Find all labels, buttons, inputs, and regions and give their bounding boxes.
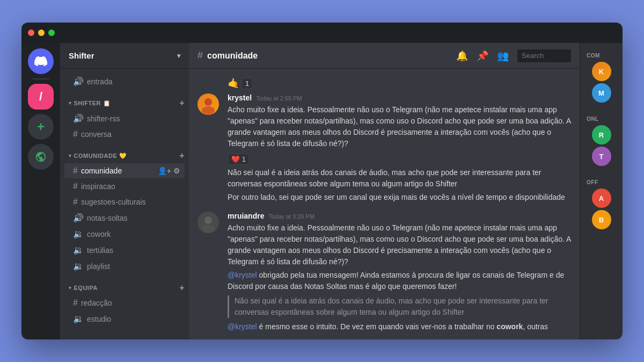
- channel-name-redaccao: redacção: [81, 299, 112, 307]
- channel-item-redaccao[interactable]: # redacção: [64, 295, 185, 310]
- message-group-krystel: krystel Today at 2:55 PM Acho muito fixe…: [197, 93, 571, 203]
- hash-icon: #: [73, 298, 78, 308]
- channel-name-shifter-rss: shifter-rss: [87, 114, 120, 123]
- channel-name-estudio: estudio: [87, 315, 111, 323]
- hash-icon: #: [73, 129, 78, 139]
- speaker-low-icon: 🔉: [73, 245, 84, 255]
- right-panel-user-4[interactable]: T: [592, 147, 611, 166]
- speaker-icon: 🔊: [73, 76, 84, 86]
- server-sidebar: / +: [21, 43, 60, 339]
- category-shifter[interactable]: ▾ SHIFTER 📋 +: [60, 90, 189, 110]
- channel-name-playlist: playlist: [87, 262, 110, 271]
- close-button[interactable]: [28, 30, 34, 36]
- channel-name-notas-soltas: notas-soltas: [87, 214, 127, 222]
- explore-servers-button[interactable]: [28, 144, 54, 170]
- right-panel-user-5[interactable]: A: [592, 189, 611, 208]
- chat-messages: 🤙 1 krystel Today at 2:55 PM: [189, 69, 580, 339]
- right-panel-user-6[interactable]: B: [592, 210, 611, 229]
- cowork-bold: cowork: [496, 322, 523, 331]
- right-panel-user-3[interactable]: R: [592, 125, 611, 144]
- search-bar[interactable]: Search: [517, 49, 571, 62]
- channel-list: 🔊 entrada ▾ SHIFTER 📋 + 🔊 shifter-rss # …: [60, 69, 189, 339]
- members-icon[interactable]: 👥: [497, 50, 509, 62]
- channel-item-playlist[interactable]: 🔉 playlist: [64, 258, 185, 274]
- message-text-krystel-2: Não sei qual é a ideia atrás dos canais …: [228, 167, 571, 190]
- speaker-low-icon: 🔉: [73, 229, 84, 239]
- channel-name-comunidade: comunidade: [81, 166, 122, 175]
- notifications-bell-icon[interactable]: 🔔: [456, 50, 468, 62]
- category-comunidade[interactable]: ▾ COMUNIDADE 💛 +: [60, 142, 189, 163]
- raised-hand-emoji: 🤙: [228, 77, 239, 89]
- right-panel-section-onl: ONL R T: [580, 112, 623, 170]
- chevron-down-icon: ▾: [69, 153, 72, 158]
- channel-item-estudio[interactable]: 🔉 estudio: [64, 311, 185, 327]
- add-channel-equipa-button[interactable]: +: [179, 283, 185, 293]
- channel-item-inspiracao[interactable]: # inspiracao: [64, 179, 185, 194]
- right-panel-user-2[interactable]: M: [592, 83, 611, 103]
- channel-item-cowork[interactable]: 🔉 cowork: [64, 226, 185, 242]
- channel-name-sugestoes-culturais: sugestoes-culturais: [81, 198, 146, 206]
- titlebar: [21, 23, 623, 43]
- chat-header-actions: 🔔 📌 👥 Search: [456, 49, 571, 62]
- right-panel-label-com: COM: [584, 53, 618, 59]
- message-header-mruiandre: mruiandre Today at 3:26 PM: [228, 212, 571, 220]
- quoted-message-mruiandre: Não sei qual é a ideia atrás dos canais …: [228, 295, 571, 318]
- channel-item-conversa[interactable]: # conversa: [64, 127, 185, 142]
- channel-item-shifter-rss[interactable]: 🔊 shifter-rss: [64, 111, 185, 126]
- add-channel-button[interactable]: +: [179, 98, 185, 108]
- minimize-button[interactable]: [38, 30, 45, 36]
- pin-icon[interactable]: 📌: [477, 50, 488, 62]
- channel-item-tertulias[interactable]: 🔉 tertúlias: [64, 242, 185, 258]
- category-label-equipa: EQUIPA: [74, 285, 98, 291]
- channel-item-entrada[interactable]: 🔊 entrada: [64, 74, 185, 89]
- message-author-mruiandre: mruiandre: [228, 212, 264, 220]
- chat-area: # comunidade 🔔 📌 👥 Search 🤙 1: [189, 43, 580, 339]
- speaker-low-icon: 🔉: [73, 314, 84, 324]
- hash-icon: #: [73, 197, 78, 207]
- mention-krystel-2[interactable]: @krystel: [228, 322, 257, 331]
- right-panel-user-1[interactable]: K: [592, 62, 611, 81]
- hash-icon: #: [73, 182, 78, 191]
- channel-item-comunidade[interactable]: # comunidade 👤+ ⚙: [64, 163, 185, 178]
- category-equipa[interactable]: ▾ EQUIPA +: [60, 274, 189, 295]
- channel-item-sugestoes-culturais[interactable]: # sugestoes-culturais: [64, 194, 185, 209]
- svg-point-3: [202, 225, 215, 233]
- hash-icon: #: [73, 166, 78, 176]
- speaker-low-icon: 🔉: [73, 261, 84, 271]
- server-icon-discord[interactable]: [28, 48, 54, 74]
- channel-actions: 👤+ ⚙: [158, 166, 180, 175]
- settings-icon[interactable]: ⚙: [173, 166, 180, 175]
- category-label-shifter: SHIFTER 📋: [74, 100, 111, 107]
- server-icon-shifter[interactable]: /: [28, 84, 54, 110]
- mention-krystel[interactable]: @krystel: [228, 271, 257, 279]
- channel-sidebar: Shifter ▾ 🔊 entrada ▾ SHIFTER 📋 + 🔊 shif…: [60, 43, 189, 339]
- add-server-button[interactable]: +: [28, 114, 54, 140]
- search-placeholder: Search: [522, 52, 544, 60]
- server-header[interactable]: Shifter ▾: [60, 43, 189, 69]
- chevron-down-icon: ▾: [177, 52, 180, 60]
- maximize-button[interactable]: [48, 30, 55, 36]
- message-text-mruiandre-3: @krystel é mesmo esse o intuito. De vez …: [228, 321, 571, 332]
- app-body: / + Shifter ▾ 🔊 entrada: [21, 43, 623, 339]
- add-channel-comunidade-button[interactable]: +: [179, 151, 185, 161]
- message-text-mruiandre-2: @krystel obrigado pela tua mensagem! Ain…: [228, 270, 571, 292]
- reaction-badge[interactable]: 1: [241, 78, 253, 89]
- channel-item-notas-soltas[interactable]: 🔊 notas-soltas: [64, 210, 185, 226]
- channel-name-tertulias: tertúlias: [87, 246, 113, 255]
- message-content-krystel: krystel Today at 2:55 PM Acho muito fixe…: [228, 93, 571, 203]
- titlebar-buttons: [28, 30, 55, 36]
- chevron-down-icon: ▾: [69, 285, 72, 291]
- add-member-icon[interactable]: 👤+: [158, 166, 171, 175]
- message-timestamp-mruiandre: Today at 3:26 PM: [268, 213, 314, 220]
- server-separator: [32, 78, 49, 79]
- svg-point-1: [202, 106, 215, 115]
- svg-point-2: [204, 216, 212, 224]
- speaker-icon: 🔊: [73, 213, 84, 223]
- speaker-icon: 🔊: [73, 113, 84, 124]
- channel-name-inspiracao: inspiracao: [81, 182, 115, 191]
- server-name: Shifter: [69, 51, 94, 60]
- message-text-krystel-1: Acho muito fixe a ideia. Pessoalmente nã…: [228, 104, 571, 149]
- right-panel-section-com: COM K M: [580, 48, 623, 106]
- avatar-krystel: [197, 93, 219, 115]
- heart-reaction[interactable]: ❤️ 1: [228, 154, 250, 165]
